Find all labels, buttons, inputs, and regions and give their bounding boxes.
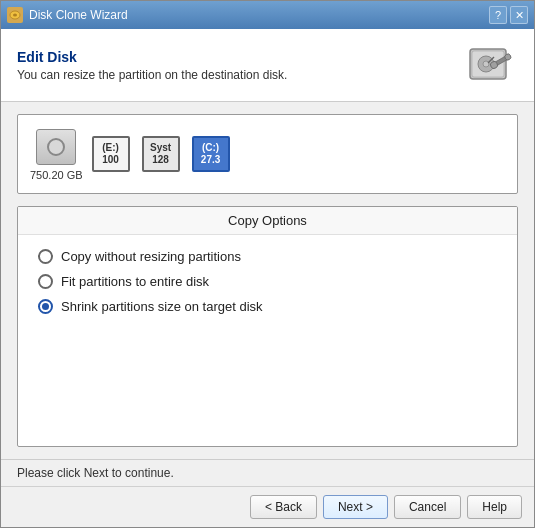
option-fit-entire-label: Fit partitions to entire disk (61, 274, 209, 289)
copy-options-body: Copy without resizing partitions Fit par… (18, 235, 517, 328)
option-no-resize-label: Copy without resizing partitions (61, 249, 241, 264)
help-button[interactable]: ? (489, 6, 507, 24)
header-section: Edit Disk You can resize the partition o… (1, 29, 534, 102)
back-button[interactable]: < Back (250, 495, 317, 519)
status-text: Please click Next to continue. (17, 466, 174, 480)
source-disk: 750.20 GB (30, 127, 83, 181)
content-area: 750.20 GB (E:) 100 Syst 128 (1, 102, 534, 459)
radio-fit-entire[interactable] (38, 274, 53, 289)
option-no-resize[interactable]: Copy without resizing partitions (38, 249, 497, 264)
close-button[interactable]: ✕ (510, 6, 528, 24)
footer: < Back Next > Cancel Help (1, 486, 534, 527)
partition-e-line2: 100 (102, 154, 119, 166)
radio-shrink[interactable] (38, 299, 53, 314)
partition-e-icon: (E:) 100 (89, 134, 133, 174)
partition-e-box: (E:) 100 (92, 136, 130, 172)
main-window: Disk Clone Wizard ? ✕ Edit Disk You can … (0, 0, 535, 528)
partition-syst-line1: Syst (150, 142, 171, 154)
partition-syst-box: Syst 128 (142, 136, 180, 172)
page-subtitle: You can resize the partition on the dest… (17, 68, 287, 82)
partition-c-box: (C:) 27.3 (192, 136, 230, 172)
option-shrink[interactable]: Shrink partitions size on target disk (38, 299, 497, 314)
partition-c-icon: (C:) 27.3 (189, 134, 233, 174)
option-fit-entire[interactable]: Fit partitions to entire disk (38, 274, 497, 289)
radio-shrink-inner (42, 303, 49, 310)
cancel-button[interactable]: Cancel (394, 495, 461, 519)
partition-syst-line2: 128 (152, 154, 169, 166)
window-controls: ? ✕ (489, 6, 528, 24)
window-title: Disk Clone Wizard (29, 8, 489, 22)
partition-syst: Syst 128 (139, 134, 183, 174)
option-shrink-label: Shrink partitions size on target disk (61, 299, 263, 314)
partition-c-line1: (C:) (202, 142, 219, 154)
header-icon (466, 39, 518, 91)
partition-c-line2: 27.3 (201, 154, 220, 166)
radio-no-resize[interactable] (38, 249, 53, 264)
partition-c: (C:) 27.3 (189, 134, 233, 174)
header-text: Edit Disk You can resize the partition o… (17, 49, 287, 82)
help-footer-button[interactable]: Help (467, 495, 522, 519)
copy-options-header: Copy Options (18, 207, 517, 235)
svg-point-1 (13, 14, 17, 17)
status-bar: Please click Next to continue. (1, 459, 534, 486)
hdd-icon (34, 127, 78, 167)
disk-diagram: 750.20 GB (E:) 100 Syst 128 (17, 114, 518, 194)
hdd-shape (36, 129, 76, 165)
partition-syst-icon: Syst 128 (139, 134, 183, 174)
app-icon (7, 7, 23, 23)
disk-size-label: 750.20 GB (30, 169, 83, 181)
partition-e: (E:) 100 (89, 134, 133, 174)
page-title: Edit Disk (17, 49, 287, 65)
copy-options-section: Copy Options Copy without resizing parti… (17, 206, 518, 447)
partition-e-line1: (E:) (102, 142, 119, 154)
next-button[interactable]: Next > (323, 495, 388, 519)
title-bar: Disk Clone Wizard ? ✕ (1, 1, 534, 29)
